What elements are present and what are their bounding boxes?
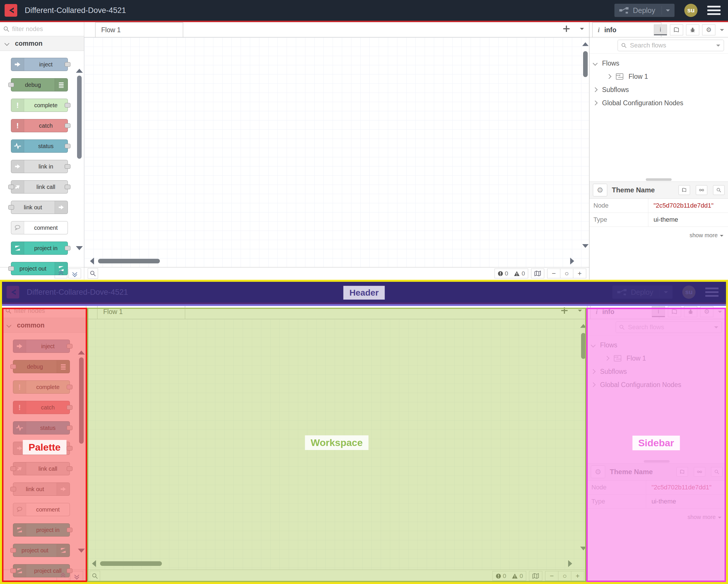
output-port[interactable]: [65, 62, 71, 67]
info-row-label: Node: [590, 199, 648, 212]
show-more-link[interactable]: show more: [590, 227, 728, 239]
scroll-down-icon[interactable]: [582, 244, 589, 251]
sidebar-splitter[interactable]: [590, 177, 728, 181]
palette-node-link-out[interactable]: link out: [11, 201, 68, 214]
scrollbar-thumb[interactable]: [583, 51, 588, 77]
workspace-region-label: Workspace: [305, 435, 369, 450]
palette-node-catch[interactable]: ! catch: [11, 119, 68, 132]
node-id-value[interactable]: "2c5d702b11de7dd1": [648, 202, 713, 209]
palette-node-comment[interactable]: comment: [11, 221, 68, 234]
tree-item-flow1[interactable]: Flow 1: [593, 70, 728, 83]
output-port[interactable]: [65, 144, 71, 148]
palette-node-project-in[interactable]: project in: [11, 242, 68, 255]
flow-tab[interactable]: Flow 1: [95, 22, 183, 37]
debug-tab-button[interactable]: [686, 24, 699, 35]
deploy-label: Deploy: [633, 6, 655, 15]
tree-item-label: Subflows: [602, 86, 629, 94]
output-port[interactable]: [65, 164, 71, 169]
deploy-icon: [619, 7, 629, 14]
flow-icon: [616, 73, 623, 80]
config-tab-button[interactable]: ⚙: [702, 24, 716, 35]
output-port[interactable]: [65, 103, 71, 107]
palette-region-label: Palette: [23, 440, 67, 455]
palette-search[interactable]: [0, 22, 84, 36]
search-flows-input[interactable]: [629, 42, 713, 49]
zoom-to-node-button[interactable]: [713, 185, 725, 195]
search-icon: [3, 26, 9, 32]
scroll-down-icon[interactable]: [76, 246, 83, 254]
splitter-handle[interactable]: [646, 178, 672, 181]
help-tab-button[interactable]: [670, 24, 683, 35]
deploy-button[interactable]: Deploy: [615, 4, 675, 17]
input-port[interactable]: [8, 185, 14, 189]
user-avatar[interactable]: su: [684, 4, 698, 17]
gear-icon: ⚙: [597, 186, 603, 195]
scroll-up-icon[interactable]: [582, 39, 589, 46]
book-icon: [682, 188, 687, 193]
pulse-icon: [11, 140, 24, 152]
tree-item-global-config[interactable]: Global Configuration Nodes: [593, 96, 728, 109]
output-port[interactable]: [65, 246, 71, 250]
scrollbar-thumb[interactable]: [77, 76, 82, 159]
palette-node-label: debug: [11, 78, 55, 91]
bug-icon: [690, 27, 696, 33]
palette-node-link-in[interactable]: link in: [11, 160, 68, 173]
sidebar-tab-info[interactable]: i info: [592, 22, 661, 37]
input-port[interactable]: [8, 82, 14, 87]
scrollbar-thumb[interactable]: [98, 259, 160, 263]
palette: common inject debug: [0, 22, 84, 279]
palette-node-link-call[interactable]: link call: [11, 180, 68, 194]
zoom-reset-button[interactable]: ○: [560, 269, 573, 278]
palette-filter-input[interactable]: [11, 25, 64, 33]
canvas-vertical-scrollbar[interactable]: [582, 37, 589, 267]
sidebar-tabs-dropdown-icon[interactable]: [720, 29, 724, 33]
config-node-button[interactable]: ⚙: [593, 184, 607, 196]
scroll-up-icon[interactable]: [76, 65, 83, 73]
palette-node-status[interactable]: status: [11, 139, 68, 153]
input-port[interactable]: [8, 266, 14, 271]
map-icon: [534, 271, 541, 276]
notification-counts[interactable]: 0 0: [495, 269, 528, 278]
app-header: Different-Collared-Dove-4521 Deploy su: [0, 0, 728, 22]
zoom-out-button[interactable]: −: [547, 269, 560, 278]
debug-list-icon: [55, 78, 68, 91]
palette-category-common[interactable]: common: [0, 36, 84, 51]
error-count-icon: [498, 271, 503, 276]
deploy-dropdown-icon[interactable]: [666, 9, 670, 14]
tree-item-flows[interactable]: Flows: [593, 57, 728, 70]
original-screenshot: Different-Collared-Dove-4521 Deploy su: [0, 0, 728, 279]
sidebar: i info i ⚙: [589, 22, 728, 279]
annotated-screenshot: Different-Collared-Dove-4521 Deploy su: [0, 280, 728, 584]
canvas-horizontal-scrollbar[interactable]: [86, 257, 578, 265]
main-menu-icon[interactable]: [707, 6, 721, 15]
link-button[interactable]: [696, 185, 707, 195]
flows-tree: Flows Flow 1 Subflows: [590, 53, 728, 177]
input-port[interactable]: [8, 205, 14, 210]
comment-bubble-icon: [11, 222, 24, 234]
palette-node-complete[interactable]: ! complete: [11, 99, 68, 112]
flow-tab-label: Flow 1: [101, 26, 121, 34]
palette-node-debug[interactable]: debug: [11, 78, 68, 92]
flow-canvas[interactable]: [84, 37, 589, 267]
link-icon: [699, 188, 704, 192]
tab-list-dropdown-icon[interactable]: [580, 28, 584, 32]
search-flows-box[interactable]: [618, 40, 724, 51]
search-options-dropdown-icon[interactable]: [716, 45, 720, 49]
info-tab-button[interactable]: i: [654, 24, 667, 35]
quick-search-button[interactable]: [88, 268, 98, 279]
docs-button[interactable]: [679, 185, 690, 195]
navigator-button[interactable]: [531, 269, 544, 278]
scroll-right-icon[interactable]: [570, 258, 578, 264]
project-logo-icon: [11, 242, 24, 254]
expand-all-button[interactable]: [69, 269, 81, 278]
node-info-header: ⚙ Theme Name: [590, 182, 728, 199]
flow-tab-bar: Flow 1: [84, 22, 589, 37]
tree-item-subflows[interactable]: Subflows: [593, 83, 728, 96]
zoom-in-button[interactable]: +: [573, 269, 586, 278]
output-port[interactable]: [65, 185, 71, 189]
output-port[interactable]: [65, 123, 71, 128]
add-flow-button[interactable]: [563, 25, 570, 32]
scroll-left-icon[interactable]: [86, 258, 94, 264]
palette-node-inject[interactable]: inject: [11, 58, 68, 71]
palette-scrollbar[interactable]: [76, 65, 82, 159]
